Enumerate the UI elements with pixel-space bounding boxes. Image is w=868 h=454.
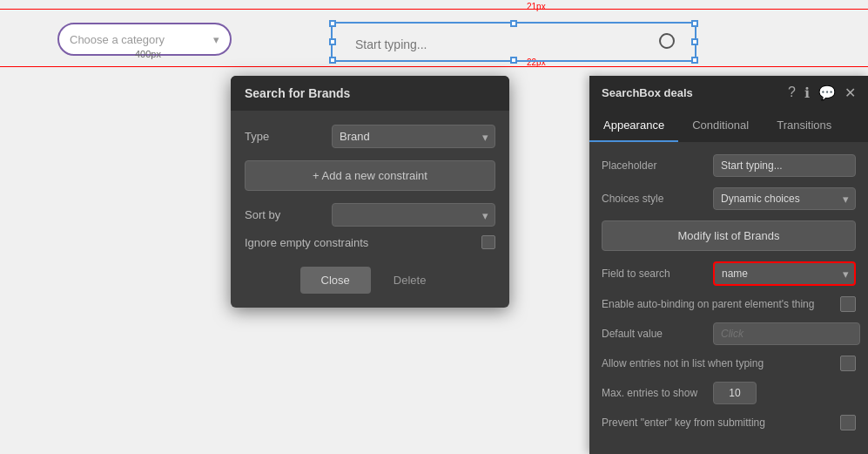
choices-style-label: Choices style xyxy=(602,193,706,205)
handle-br[interactable] xyxy=(691,57,698,64)
canvas: 21px 22px Choose a category ▾ 400px Sear… xyxy=(0,0,868,454)
allow-entries-row: Allow entries not in list when typing xyxy=(602,356,856,371)
dim-label-top: 21px xyxy=(527,2,546,11)
auto-binding-toggle[interactable] xyxy=(840,296,856,312)
placeholder-label: Placeholder xyxy=(602,159,706,172)
handle-bm[interactable] xyxy=(510,57,517,64)
placeholder-input[interactable] xyxy=(713,154,856,177)
choices-style-select[interactable]: Dynamic choices xyxy=(713,187,856,210)
prevent-enter-label: Prevent "enter" key from submitting xyxy=(602,417,840,429)
panel-header: SearchBox deals ? ℹ 💬 ✕ xyxy=(589,76,868,110)
sort-select[interactable] xyxy=(332,203,495,227)
max-entries-row: Max. entries to show xyxy=(602,382,856,404)
max-entries-input[interactable] xyxy=(713,382,757,404)
type-row: Type Brand xyxy=(245,125,495,148)
modal-footer: Close Delete xyxy=(245,263,495,294)
right-panel: SearchBox deals ? ℹ 💬 ✕ Appearance Condi… xyxy=(589,76,868,454)
handle-tm[interactable] xyxy=(510,20,517,27)
max-entries-label: Max. entries to show xyxy=(602,387,706,399)
panel-body: Placeholder Choices style Dynamic choice… xyxy=(589,142,868,454)
field-to-search-label: Field to search xyxy=(602,268,706,280)
panel-tabs: Appearance Conditional Transitions xyxy=(589,110,868,142)
auto-binding-row: Enable auto-binding on parent element's … xyxy=(602,296,856,312)
sort-select-wrapper[interactable] xyxy=(332,203,495,227)
search-brands-modal: Search for Brands Type Brand + Add a new… xyxy=(231,76,509,308)
auto-binding-label: Enable auto-binding on parent element's … xyxy=(602,298,840,310)
prevent-enter-toggle[interactable] xyxy=(840,415,856,430)
chat-icon[interactable]: 💬 xyxy=(818,85,836,101)
canvas-dropdown-placeholder: Choose a category xyxy=(70,33,165,46)
tab-conditional[interactable]: Conditional xyxy=(678,110,763,142)
tab-transitions[interactable]: Transitions xyxy=(763,110,845,142)
modal-header: Search for Brands xyxy=(231,76,509,111)
choices-style-select-wrapper[interactable]: Dynamic choices xyxy=(713,187,856,210)
allow-entries-toggle[interactable] xyxy=(840,356,856,371)
canvas-dropdown-width: 400px xyxy=(135,49,161,59)
tab-appearance[interactable]: Appearance xyxy=(589,110,678,142)
type-select[interactable]: Brand xyxy=(332,125,495,148)
field-to-search-row: Field to search name xyxy=(602,261,856,286)
ignore-label: Ignore empty constraints xyxy=(245,236,368,249)
canvas-searchbox-input[interactable] xyxy=(355,33,677,56)
sort-by-label: Sort by xyxy=(245,208,323,221)
handle-rm[interactable] xyxy=(691,38,698,45)
panel-icons: ? ℹ 💬 ✕ xyxy=(788,85,856,101)
dropdown-arrow-icon: ▾ xyxy=(213,33,219,46)
modal-title: Search for Brands xyxy=(245,86,350,100)
delete-button[interactable]: Delete xyxy=(380,267,441,294)
ignore-empty-row: Ignore empty constraints xyxy=(245,235,495,249)
prevent-enter-row: Prevent "enter" key from submitting xyxy=(602,415,856,430)
ruler-line-bottom xyxy=(0,66,868,67)
field-to-search-select[interactable]: name xyxy=(713,261,856,286)
default-value-row: Default value xyxy=(602,322,856,345)
handle-tr[interactable] xyxy=(691,20,698,27)
default-value-label: Default value xyxy=(602,328,706,340)
handle-tl[interactable] xyxy=(329,20,336,27)
sort-by-row: Sort by xyxy=(245,203,495,227)
field-to-search-select-wrapper[interactable]: name xyxy=(713,261,856,286)
handle-lm[interactable] xyxy=(329,38,336,45)
ignore-checkbox[interactable] xyxy=(481,235,495,249)
placeholder-row: Placeholder xyxy=(602,154,856,177)
type-select-wrapper[interactable]: Brand xyxy=(332,125,495,148)
panel-title: SearchBox deals xyxy=(602,86,693,99)
add-constraint-button[interactable]: + Add a new constraint xyxy=(245,160,495,191)
close-icon[interactable]: ✕ xyxy=(844,85,856,101)
allow-entries-label: Allow entries not in list when typing xyxy=(602,357,840,369)
help-icon[interactable]: ? xyxy=(788,85,796,101)
modify-list-button[interactable]: Modify list of Brands xyxy=(602,220,856,251)
info-icon[interactable]: ℹ xyxy=(804,85,810,101)
ruler-line-top xyxy=(0,9,868,10)
default-value-input[interactable] xyxy=(713,322,860,345)
search-circle-icon xyxy=(659,33,675,49)
modal-body: Type Brand + Add a new constraint Sort b… xyxy=(231,111,509,308)
close-button[interactable]: Close xyxy=(300,267,371,294)
type-label: Type xyxy=(245,130,323,143)
handle-bl[interactable] xyxy=(329,57,336,64)
choices-style-row: Choices style Dynamic choices xyxy=(602,187,856,210)
